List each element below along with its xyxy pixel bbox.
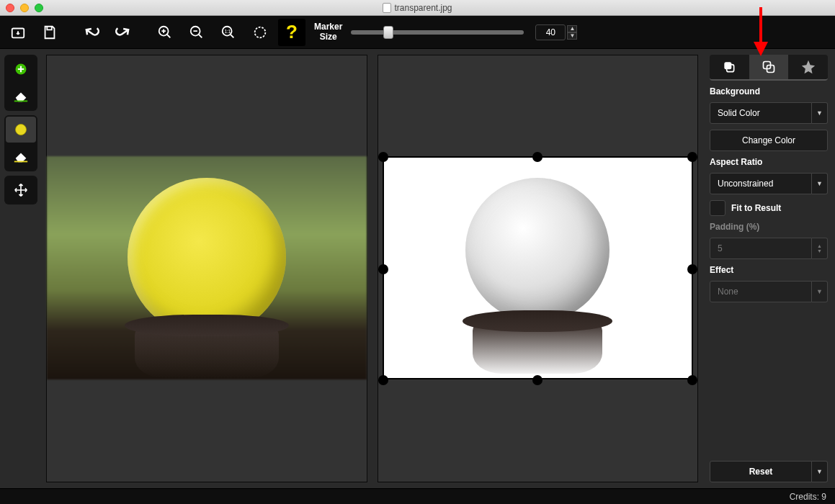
selection-overlay [128, 178, 286, 336]
crop-handle-ml[interactable] [378, 264, 388, 274]
crop-handle-bl[interactable] [378, 375, 388, 385]
svg-text:1:1: 1:1 [225, 28, 231, 33]
eraser-tool[interactable] [6, 84, 36, 109]
svg-point-5 [255, 27, 266, 37]
document-icon [383, 3, 391, 13]
source-canvas[interactable] [46, 55, 367, 482]
mark-keep-tool[interactable] [6, 117, 36, 143]
padding-value: 5 [710, 238, 812, 259]
zoom-fit-icon [252, 24, 268, 40]
preview-area [383, 156, 694, 379]
square-outline-stack-icon [762, 60, 776, 74]
eraser-yellow-icon [13, 151, 29, 163]
stepper-up-icon[interactable]: ▲ [567, 25, 577, 32]
credits-label: Credits: 9 [790, 492, 826, 502]
marker-size-input[interactable] [535, 24, 566, 40]
reset-menu-caret[interactable]: ▼ [812, 461, 828, 482]
aspect-ratio-value: Unconstrained [710, 173, 812, 194]
redo-button[interactable] [110, 19, 137, 46]
save-icon [42, 24, 58, 40]
tab-background[interactable] [749, 55, 789, 79]
zoom-out-button[interactable] [183, 19, 210, 46]
svg-rect-9 [14, 161, 27, 163]
change-color-button[interactable]: Change Color [710, 130, 828, 151]
tab-effects[interactable] [788, 55, 828, 79]
zoom-out-icon [189, 24, 205, 40]
marker-size-slider[interactable] [351, 30, 524, 35]
main-toolbar: 1:1 ? Marker Size ▲ ▼ [0, 16, 835, 49]
eraser-keep-tool[interactable] [6, 144, 36, 170]
crop-handle-tr[interactable] [687, 152, 697, 162]
status-bar: Credits: 9 [0, 488, 835, 504]
background-select-value: Solid Color [710, 102, 812, 124]
svg-point-8 [16, 125, 27, 135]
document-title: transparent.jpg [0, 3, 835, 13]
reset-button[interactable]: Reset [710, 461, 812, 482]
tab-layers[interactable] [710, 55, 749, 79]
move-icon [14, 183, 28, 197]
effect-value: None [710, 281, 812, 302]
plus-circle-icon [14, 62, 28, 76]
window-titlebar: transparent.jpg [0, 0, 835, 16]
zoom-actual-button[interactable]: 1:1 [215, 19, 242, 46]
chevron-down-icon[interactable]: ▼ [812, 281, 828, 302]
fit-to-result-label: Fit to Result [731, 203, 781, 213]
panel-tabs [710, 55, 828, 81]
redo-icon [115, 24, 132, 41]
fit-to-result-checkbox[interactable] [710, 200, 725, 216]
result-base [473, 323, 602, 374]
padding-input: 5 ▲▼ [710, 238, 828, 259]
crop-handle-mr[interactable] [687, 264, 697, 274]
svg-rect-12 [725, 62, 732, 69]
result-canvas[interactable] [378, 55, 699, 482]
marker-size-label: Marker Size [314, 22, 342, 41]
chevron-down-icon[interactable]: ▼ [812, 173, 828, 194]
help-icon: ? [286, 21, 298, 43]
zoom-in-button[interactable] [151, 19, 179, 46]
zoom-actual-icon: 1:1 [220, 24, 236, 40]
square-stack-icon [722, 60, 736, 74]
undo-button[interactable] [78, 19, 105, 46]
effect-select[interactable]: None ▼ [710, 281, 828, 302]
folder-down-icon [10, 24, 26, 40]
background-label: Background [710, 86, 828, 96]
star-icon [800, 59, 816, 75]
left-toolbar [0, 49, 42, 488]
mark-add-tool[interactable] [6, 56, 36, 82]
padding-label: Padding (%) [710, 222, 828, 232]
right-panel: Background Solid Color ▼ Change Color As… [702, 49, 835, 488]
move-tool[interactable] [6, 177, 36, 203]
aspect-ratio-label: Aspect Ratio [710, 157, 828, 167]
padding-stepper: ▲▼ [812, 238, 828, 259]
chevron-down-icon[interactable]: ▼ [812, 102, 828, 124]
crop-handle-tl[interactable] [378, 152, 388, 162]
aspect-ratio-select[interactable]: Unconstrained ▼ [710, 173, 828, 194]
stepper-down-icon[interactable]: ▼ [567, 32, 577, 40]
svg-rect-7 [14, 101, 27, 102]
result-globe [465, 178, 609, 322]
crop-handle-tc[interactable] [532, 152, 542, 162]
effect-label: Effect [710, 265, 828, 275]
globe-base [135, 328, 279, 378]
crop-handle-bc[interactable] [532, 375, 542, 385]
eraser-icon [13, 91, 29, 102]
zoom-in-icon [157, 24, 173, 40]
help-button[interactable]: ? [278, 19, 305, 46]
zoom-fit-button[interactable] [246, 19, 274, 46]
marker-size-stepper[interactable]: ▲ ▼ [567, 25, 577, 40]
crop-handle-br[interactable] [687, 375, 697, 385]
undo-icon [83, 24, 100, 41]
background-select[interactable]: Solid Color ▼ [710, 102, 828, 124]
yellow-circle-icon [14, 122, 28, 137]
open-button[interactable] [4, 19, 32, 46]
save-button[interactable] [36, 19, 63, 46]
document-title-text: transparent.jpg [394, 3, 452, 13]
